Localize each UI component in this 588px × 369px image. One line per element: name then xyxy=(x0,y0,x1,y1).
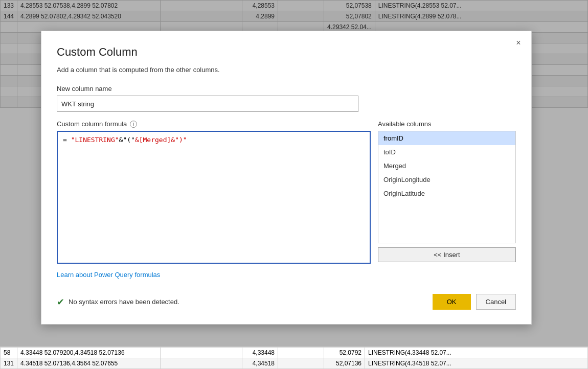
list-item[interactable]: OriginLatitude xyxy=(378,187,515,200)
available-columns-list[interactable]: fromID toID Merged OriginLongitude Origi… xyxy=(378,131,516,243)
list-item[interactable]: toID xyxy=(378,145,515,159)
formula-info-icon[interactable]: i xyxy=(130,121,137,128)
custom-column-dialog: × Custom Column Add a column that is com… xyxy=(41,31,532,325)
ok-button[interactable]: OK xyxy=(433,294,471,310)
insert-button[interactable]: << Insert xyxy=(378,247,516,262)
list-item[interactable]: fromID xyxy=(378,131,515,145)
dialog-title: Custom Column xyxy=(57,45,516,59)
status-message: ✔ No syntax errors have been detected. xyxy=(57,296,179,308)
new-column-name-label: New column name xyxy=(57,85,516,93)
column-name-input[interactable] xyxy=(57,96,358,112)
formula-label: Custom column formula i xyxy=(57,120,371,128)
cancel-button[interactable]: Cancel xyxy=(476,294,516,310)
available-columns-label: Available columns xyxy=(378,120,516,128)
list-item[interactable]: OriginLongitude xyxy=(378,173,515,187)
check-icon: ✔ xyxy=(57,296,64,308)
learn-link[interactable]: Learn about Power Query formulas xyxy=(57,271,160,279)
list-item[interactable]: Merged xyxy=(378,159,515,173)
status-text: No syntax errors have been detected. xyxy=(69,298,179,306)
close-button[interactable]: × xyxy=(513,37,524,49)
bottom-table: 58 4.33448 52.079200,4.34518 52.07136 4,… xyxy=(0,347,588,369)
footer-buttons: OK Cancel xyxy=(433,294,516,310)
dialog-footer: ✔ No syntax errors have been detected. O… xyxy=(57,294,516,310)
formula-editor[interactable]: = "LINESTRING"&"("&[Merged]&")" xyxy=(57,131,371,264)
dialog-subtitle: Add a column that is computed from the o… xyxy=(57,66,516,74)
